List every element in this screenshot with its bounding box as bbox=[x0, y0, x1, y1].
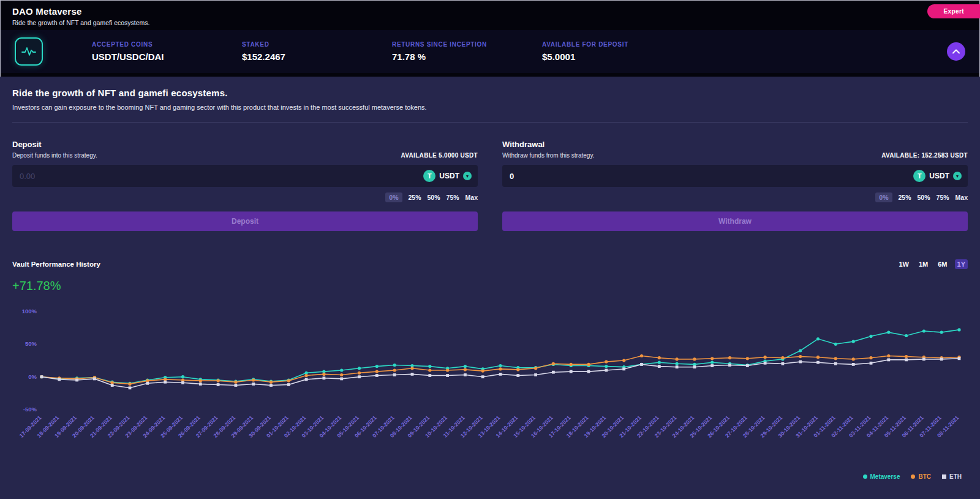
deposit-amount-wrap: T USDT ▾ bbox=[12, 165, 478, 187]
token-label: USDT bbox=[439, 172, 459, 180]
legend-metaverse[interactable]: Metaverse bbox=[863, 473, 900, 480]
top-header: DAO Metaverse Ride the growth of NFT and… bbox=[0, 0, 980, 30]
strategy-description: Investors can gain exposure to the boomi… bbox=[12, 104, 968, 111]
collapse-button[interactable] bbox=[947, 42, 965, 61]
range-6m[interactable]: 6M bbox=[935, 259, 949, 269]
eth-marker-icon bbox=[942, 474, 946, 479]
deposit-head-left: Deposit Deposit funds into this strategy… bbox=[12, 140, 97, 159]
range-1m[interactable]: 1M bbox=[916, 259, 930, 269]
deposit-withdrawal-row: Deposit Deposit funds into this strategy… bbox=[12, 140, 968, 231]
stat-available-deposit: AVAILABLE FOR DEPOSIT $5.0001 bbox=[542, 41, 692, 62]
percent-chip-max[interactable]: Max bbox=[466, 194, 478, 201]
main-panel: Ride the growth of NFT and gamefi ecosys… bbox=[0, 77, 980, 499]
chart-legend: Metaverse BTC ETH bbox=[12, 473, 968, 480]
percent-chip-50[interactable]: 50% bbox=[428, 194, 440, 201]
deposit-token-selector[interactable]: T USDT ▾ bbox=[423, 170, 472, 182]
chart-wrap: 100%50%0%-50%17-09-202118-09-202119-09-2… bbox=[12, 307, 968, 473]
range-1w[interactable]: 1W bbox=[896, 259, 911, 269]
stat-label: STAKED bbox=[242, 41, 392, 48]
performance-title: Vault Performance History bbox=[12, 261, 100, 268]
deposit-amount-input[interactable] bbox=[12, 165, 478, 187]
deposit-panel: Deposit Deposit funds into this strategy… bbox=[12, 140, 478, 231]
percent-chip-50[interactable]: 50% bbox=[918, 194, 930, 201]
svg-text:-50%: -50% bbox=[23, 406, 37, 413]
legend-label: BTC bbox=[918, 473, 931, 480]
stat-value: $5.0001 bbox=[542, 51, 692, 62]
svg-text:100%: 100% bbox=[22, 308, 37, 314]
stat-returns: RETURNS SINCE INCEPTION 71.78 % bbox=[392, 41, 542, 62]
stat-value: 71.78 % bbox=[392, 51, 542, 62]
svg-text:0%: 0% bbox=[28, 373, 37, 380]
strategy-icon bbox=[15, 37, 43, 66]
withdrawal-head: Withdrawal Withdraw funds from this stra… bbox=[502, 140, 968, 159]
percent-chip-0[interactable]: 0% bbox=[875, 192, 892, 202]
chevron-down-icon: ▾ bbox=[953, 172, 962, 180]
stat-label: ACCEPTED COINS bbox=[92, 41, 242, 48]
pulse-icon bbox=[21, 44, 37, 59]
metaverse-marker-icon bbox=[863, 474, 867, 479]
deposit-percent-row: 0% 25% 50% 75% Max bbox=[12, 192, 478, 202]
range-selector: 1W 1M 6M 1Y bbox=[896, 259, 968, 269]
percent-chip-75[interactable]: 75% bbox=[447, 194, 459, 201]
divider bbox=[12, 122, 968, 123]
usdt-icon: T bbox=[913, 170, 925, 182]
chevron-up-icon bbox=[952, 49, 960, 54]
deposit-head: Deposit Deposit funds into this strategy… bbox=[12, 140, 478, 159]
percent-chip-25[interactable]: 25% bbox=[409, 194, 421, 201]
withdrawal-amount-wrap: T USDT ▾ bbox=[502, 165, 968, 187]
legend-btc[interactable]: BTC bbox=[911, 473, 931, 480]
withdrawal-head-left: Withdrawal Withdraw funds from this stra… bbox=[502, 140, 594, 159]
legend-label: Metaverse bbox=[870, 473, 900, 480]
deposit-title: Deposit bbox=[12, 140, 97, 149]
range-1y[interactable]: 1Y bbox=[955, 259, 968, 269]
stats-bar: ACCEPTED COINS USDT/USDC/DAI STAKED $152… bbox=[0, 30, 980, 73]
stat-label: AVAILABLE FOR DEPOSIT bbox=[542, 41, 692, 48]
percent-chip-25[interactable]: 25% bbox=[899, 194, 911, 201]
percent-chip-0[interactable]: 0% bbox=[385, 192, 402, 202]
deposit-button[interactable]: Deposit bbox=[12, 211, 478, 231]
chevron-down-icon: ▾ bbox=[463, 172, 472, 180]
page-title: DAO Metaverse bbox=[12, 6, 968, 17]
token-label: USDT bbox=[929, 172, 949, 180]
stat-accepted-coins: ACCEPTED COINS USDT/USDC/DAI bbox=[92, 41, 242, 62]
deposit-available: AVAILABLE 5.0000 USDT bbox=[401, 152, 478, 159]
performance-section: Vault Performance History 1W 1M 6M 1Y +7… bbox=[12, 259, 968, 480]
svg-text:50%: 50% bbox=[25, 340, 37, 347]
usdt-icon: T bbox=[423, 170, 435, 182]
strategy-heading: Ride the growth of NFT and gamefi ecosys… bbox=[12, 88, 968, 98]
performance-return: +71.78% bbox=[12, 279, 968, 293]
performance-head: Vault Performance History 1W 1M 6M 1Y bbox=[12, 259, 968, 269]
stat-value: USDT/USDC/DAI bbox=[92, 51, 242, 62]
btc-marker-icon bbox=[911, 474, 915, 479]
deposit-subtitle: Deposit funds into this strategy. bbox=[12, 152, 97, 159]
legend-label: ETH bbox=[949, 473, 962, 480]
stat-staked: STAKED $152.2467 bbox=[242, 41, 392, 62]
withdrawal-amount-input[interactable] bbox=[502, 165, 968, 187]
legend-eth[interactable]: ETH bbox=[942, 473, 962, 480]
withdrawal-available: AVAILABLE: 152.2583 USDT bbox=[881, 152, 968, 159]
page-subtitle: Ride the growth of NFT and gamefi ecosys… bbox=[12, 19, 968, 26]
withdrawal-percent-row: 0% 25% 50% 75% Max bbox=[502, 192, 968, 202]
stat-label: RETURNS SINCE INCEPTION bbox=[392, 41, 542, 48]
withdrawal-subtitle: Withdraw funds from this strategy. bbox=[502, 152, 594, 159]
percent-chip-75[interactable]: 75% bbox=[937, 194, 949, 201]
performance-chart: 100%50%0%-50%17-09-202118-09-202119-09-2… bbox=[12, 307, 968, 471]
expert-badge: Expert bbox=[927, 4, 980, 18]
withdraw-button[interactable]: Withdraw bbox=[502, 211, 968, 231]
stat-value: $152.2467 bbox=[242, 51, 392, 62]
page: DAO Metaverse Ride the growth of NFT and… bbox=[0, 0, 980, 499]
withdrawal-panel: Withdrawal Withdraw funds from this stra… bbox=[502, 140, 968, 231]
withdrawal-token-selector[interactable]: T USDT ▾ bbox=[913, 170, 962, 182]
percent-chip-max[interactable]: Max bbox=[956, 194, 968, 201]
withdrawal-title: Withdrawal bbox=[502, 140, 594, 149]
